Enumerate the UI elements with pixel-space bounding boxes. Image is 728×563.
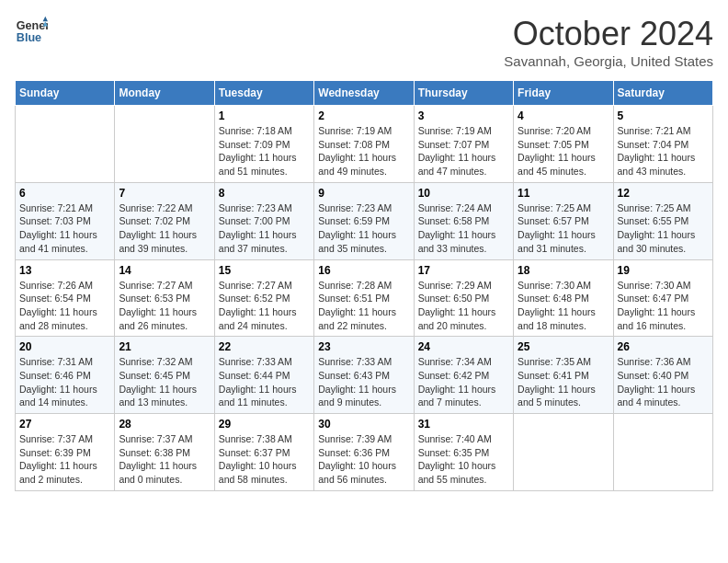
day-number: 3 — [418, 109, 509, 122]
day-info: Sunrise: 7:19 AM Sunset: 7:07 PM Dayligh… — [418, 124, 509, 178]
calendar-cell: 6Sunrise: 7:21 AM Sunset: 7:03 PM Daylig… — [16, 182, 115, 259]
location-subtitle: Savannah, Georgia, United States — [504, 53, 713, 69]
day-number: 25 — [518, 340, 609, 353]
calendar-cell — [613, 414, 712, 491]
month-title: October 2024 — [504, 15, 713, 53]
calendar-cell: 3Sunrise: 7:19 AM Sunset: 7:07 PM Daylig… — [414, 106, 513, 183]
calendar-cell: 9Sunrise: 7:23 AM Sunset: 6:59 PM Daylig… — [314, 182, 414, 259]
svg-text:Blue: Blue — [17, 31, 41, 44]
day-number: 29 — [219, 418, 310, 431]
day-number: 15 — [219, 264, 310, 277]
day-info: Sunrise: 7:19 AM Sunset: 7:08 PM Dayligh… — [318, 124, 409, 178]
day-number: 5 — [618, 109, 709, 122]
day-info: Sunrise: 7:29 AM Sunset: 6:50 PM Dayligh… — [418, 279, 509, 333]
calendar-cell: 1Sunrise: 7:18 AM Sunset: 7:09 PM Daylig… — [214, 106, 313, 183]
day-number: 30 — [318, 418, 409, 431]
day-info: Sunrise: 7:24 AM Sunset: 6:58 PM Dayligh… — [418, 201, 509, 256]
day-number: 28 — [119, 418, 210, 431]
calendar-week-row: 20Sunrise: 7:31 AM Sunset: 6:46 PM Dayli… — [16, 337, 713, 414]
day-info: Sunrise: 7:30 AM Sunset: 6:48 PM Dayligh… — [518, 279, 609, 333]
calendar-cell: 23Sunrise: 7:33 AM Sunset: 6:43 PM Dayli… — [314, 337, 414, 414]
calendar-cell: 30Sunrise: 7:39 AM Sunset: 6:36 PM Dayli… — [314, 414, 414, 491]
day-info: Sunrise: 7:25 AM Sunset: 6:57 PM Dayligh… — [518, 201, 609, 256]
day-number: 20 — [19, 340, 110, 353]
title-block: October 2024 Savannah, Georgia, United S… — [504, 15, 713, 69]
calendar-header-monday: Monday — [115, 81, 214, 106]
calendar-week-row: 1Sunrise: 7:18 AM Sunset: 7:09 PM Daylig… — [16, 106, 713, 183]
day-info: Sunrise: 7:37 AM Sunset: 6:38 PM Dayligh… — [119, 432, 210, 487]
day-info: Sunrise: 7:23 AM Sunset: 6:59 PM Dayligh… — [318, 201, 409, 256]
day-number: 7 — [119, 187, 210, 200]
day-number: 19 — [618, 264, 709, 277]
calendar-cell: 27Sunrise: 7:37 AM Sunset: 6:39 PM Dayli… — [16, 414, 115, 491]
calendar-header-tuesday: Tuesday — [214, 81, 313, 106]
day-number: 22 — [219, 340, 310, 353]
day-info: Sunrise: 7:30 AM Sunset: 6:47 PM Dayligh… — [618, 279, 709, 333]
day-info: Sunrise: 7:26 AM Sunset: 6:54 PM Dayligh… — [19, 279, 110, 333]
calendar-header-friday: Friday — [514, 81, 613, 106]
calendar-cell — [514, 414, 613, 491]
day-info: Sunrise: 7:28 AM Sunset: 6:51 PM Dayligh… — [318, 279, 409, 333]
day-number: 6 — [19, 187, 110, 200]
day-info: Sunrise: 7:21 AM Sunset: 7:03 PM Dayligh… — [19, 201, 110, 256]
calendar-cell: 5Sunrise: 7:21 AM Sunset: 7:04 PM Daylig… — [613, 106, 712, 183]
page-header: General Blue October 2024 Savannah, Geor… — [15, 15, 713, 69]
day-number: 27 — [19, 418, 110, 431]
day-number: 8 — [219, 187, 310, 200]
calendar-header-sunday: Sunday — [16, 81, 115, 106]
day-number: 4 — [518, 109, 609, 122]
day-number: 12 — [618, 187, 709, 200]
calendar-cell: 8Sunrise: 7:23 AM Sunset: 7:00 PM Daylig… — [214, 182, 313, 259]
day-number: 10 — [418, 187, 509, 200]
calendar-cell: 22Sunrise: 7:33 AM Sunset: 6:44 PM Dayli… — [214, 337, 313, 414]
day-info: Sunrise: 7:22 AM Sunset: 7:02 PM Dayligh… — [119, 201, 210, 256]
calendar-cell: 13Sunrise: 7:26 AM Sunset: 6:54 PM Dayli… — [16, 259, 115, 337]
day-info: Sunrise: 7:32 AM Sunset: 6:45 PM Dayligh… — [119, 355, 210, 409]
calendar-cell: 7Sunrise: 7:22 AM Sunset: 7:02 PM Daylig… — [115, 182, 214, 259]
day-number: 24 — [418, 340, 509, 353]
day-number: 18 — [518, 264, 609, 277]
day-info: Sunrise: 7:27 AM Sunset: 6:52 PM Dayligh… — [219, 279, 310, 333]
calendar-cell: 18Sunrise: 7:30 AM Sunset: 6:48 PM Dayli… — [514, 259, 613, 337]
day-number: 31 — [418, 418, 509, 431]
calendar-week-row: 6Sunrise: 7:21 AM Sunset: 7:03 PM Daylig… — [16, 182, 713, 259]
day-number: 9 — [318, 187, 409, 200]
calendar-cell: 26Sunrise: 7:36 AM Sunset: 6:40 PM Dayli… — [613, 337, 712, 414]
day-number: 13 — [19, 264, 110, 277]
calendar-cell: 2Sunrise: 7:19 AM Sunset: 7:08 PM Daylig… — [314, 106, 414, 183]
day-info: Sunrise: 7:33 AM Sunset: 6:43 PM Dayligh… — [318, 355, 409, 409]
calendar-cell: 21Sunrise: 7:32 AM Sunset: 6:45 PM Dayli… — [115, 337, 214, 414]
day-number: 14 — [119, 264, 210, 277]
day-info: Sunrise: 7:21 AM Sunset: 7:04 PM Dayligh… — [618, 124, 709, 178]
calendar-cell: 4Sunrise: 7:20 AM Sunset: 7:05 PM Daylig… — [514, 106, 613, 183]
day-info: Sunrise: 7:27 AM Sunset: 6:53 PM Dayligh… — [119, 279, 210, 333]
calendar-cell: 12Sunrise: 7:25 AM Sunset: 6:55 PM Dayli… — [613, 182, 712, 259]
day-number: 26 — [618, 340, 709, 353]
calendar-cell: 24Sunrise: 7:34 AM Sunset: 6:42 PM Dayli… — [414, 337, 513, 414]
day-number: 1 — [219, 109, 310, 122]
calendar-header-saturday: Saturday — [613, 81, 712, 106]
calendar-cell: 10Sunrise: 7:24 AM Sunset: 6:58 PM Dayli… — [414, 182, 513, 259]
logo-icon: General Blue — [15, 15, 48, 48]
day-number: 17 — [418, 264, 509, 277]
calendar-week-row: 27Sunrise: 7:37 AM Sunset: 6:39 PM Dayli… — [16, 414, 713, 491]
calendar-cell: 31Sunrise: 7:40 AM Sunset: 6:35 PM Dayli… — [414, 414, 513, 491]
calendar-header-thursday: Thursday — [414, 81, 513, 106]
calendar-cell: 20Sunrise: 7:31 AM Sunset: 6:46 PM Dayli… — [16, 337, 115, 414]
day-number: 16 — [318, 264, 409, 277]
day-info: Sunrise: 7:23 AM Sunset: 7:00 PM Dayligh… — [219, 201, 310, 256]
calendar-cell: 17Sunrise: 7:29 AM Sunset: 6:50 PM Dayli… — [414, 259, 513, 337]
day-info: Sunrise: 7:38 AM Sunset: 6:37 PM Dayligh… — [219, 432, 310, 487]
calendar-cell: 11Sunrise: 7:25 AM Sunset: 6:57 PM Dayli… — [514, 182, 613, 259]
day-number: 23 — [318, 340, 409, 353]
calendar-cell — [115, 106, 214, 183]
calendar-cell: 15Sunrise: 7:27 AM Sunset: 6:52 PM Dayli… — [214, 259, 313, 337]
logo: General Blue — [15, 15, 48, 48]
day-info: Sunrise: 7:31 AM Sunset: 6:46 PM Dayligh… — [19, 355, 110, 409]
calendar-cell: 25Sunrise: 7:35 AM Sunset: 6:41 PM Dayli… — [514, 337, 613, 414]
day-info: Sunrise: 7:34 AM Sunset: 6:42 PM Dayligh… — [418, 355, 509, 409]
day-number: 21 — [119, 340, 210, 353]
calendar-cell: 16Sunrise: 7:28 AM Sunset: 6:51 PM Dayli… — [314, 259, 414, 337]
day-info: Sunrise: 7:35 AM Sunset: 6:41 PM Dayligh… — [518, 355, 609, 409]
calendar-table: SundayMondayTuesdayWednesdayThursdayFrid… — [15, 80, 713, 491]
